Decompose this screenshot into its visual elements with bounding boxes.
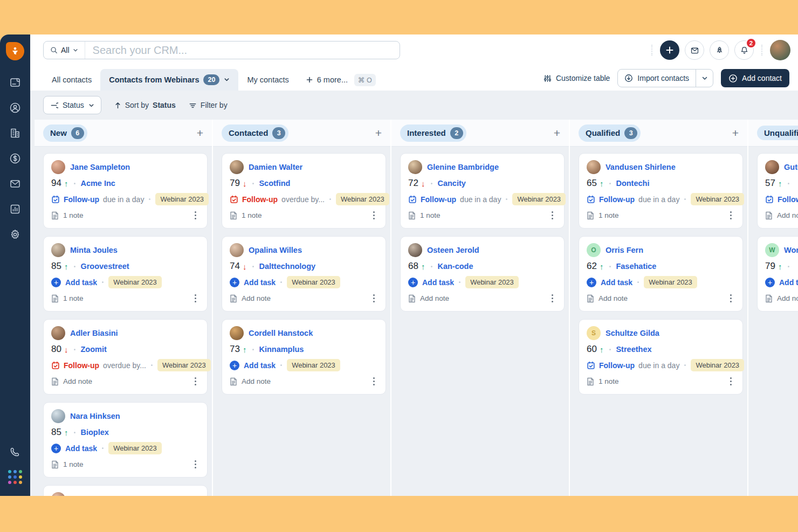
followup-task[interactable]: Follow-up due in a day bbox=[408, 195, 501, 204]
company-link[interactable]: Groovestreet bbox=[80, 262, 129, 271]
note-action[interactable]: 1 note bbox=[51, 211, 84, 220]
contact-card[interactable]: Gutows 57 ↑ Follow-up Add note bbox=[757, 153, 798, 229]
sidebar-item-email[interactable] bbox=[8, 177, 22, 191]
column-status-pill[interactable]: Interested 2 bbox=[400, 125, 466, 142]
add-task-button[interactable]: + Add task bbox=[51, 444, 97, 453]
contact-card[interactable]: Osteen Jerold 68 ↑ Kan-code + Add task W… bbox=[400, 236, 565, 312]
tag-badge[interactable]: Webinar 2023 bbox=[287, 359, 340, 371]
contact-name-link[interactable]: Adler Biasini bbox=[70, 329, 118, 337]
contact-name-link[interactable]: Osteen Jerold bbox=[427, 246, 479, 254]
contact-name-link[interactable]: Helena Abbott bbox=[70, 495, 123, 496]
add-task-button[interactable]: + Add task bbox=[51, 278, 97, 287]
chevron-down-icon[interactable] bbox=[224, 75, 230, 84]
sidebar-item-payments[interactable] bbox=[8, 151, 22, 165]
import-contacts-main[interactable]: Import contacts bbox=[618, 70, 696, 87]
quick-add-button[interactable] bbox=[660, 40, 679, 60]
tag-badge[interactable]: Webinar 2023 bbox=[691, 359, 744, 371]
contact-card[interactable]: W Worces 79 ↑ + Add task Add note bbox=[757, 236, 798, 312]
contact-card[interactable]: Glenine Bambridge 72 ↓ Cancity Follow-up… bbox=[400, 153, 565, 229]
contact-name-link[interactable]: Cordell Hanstock bbox=[249, 329, 313, 337]
tag-badge[interactable]: Webinar 2023 bbox=[157, 359, 211, 371]
contact-name-link[interactable]: Schultze Gilda bbox=[606, 329, 659, 337]
followup-task[interactable]: Follow-up overdue by... bbox=[51, 361, 146, 370]
contact-name-link[interactable]: Opalina Willes bbox=[249, 246, 302, 254]
add-contact-button[interactable]: Add contact bbox=[721, 69, 789, 87]
note-action[interactable]: Add note bbox=[230, 294, 271, 303]
note-action[interactable]: 1 note bbox=[408, 211, 441, 220]
add-card-button[interactable]: + bbox=[554, 127, 560, 139]
notifications-button[interactable]: 2 bbox=[734, 40, 754, 60]
note-action[interactable]: Add note bbox=[51, 377, 92, 386]
contact-name-link[interactable]: Gutows bbox=[784, 163, 798, 171]
company-link[interactable]: Streethex bbox=[616, 345, 651, 354]
contact-name-link[interactable]: Vandusen Shirlene bbox=[606, 163, 676, 171]
contact-name-link[interactable]: Damien Walter bbox=[249, 163, 302, 171]
add-card-button[interactable]: + bbox=[197, 127, 203, 139]
kebab-menu[interactable] bbox=[548, 210, 556, 222]
app-logo[interactable] bbox=[6, 42, 24, 60]
contact-card[interactable]: Jane Sampleton 94 ↑ Acme Inc Follow-up d… bbox=[43, 153, 208, 229]
tag-badge[interactable]: Webinar 2023 bbox=[108, 442, 162, 454]
inbox-button[interactable] bbox=[685, 40, 704, 60]
sidebar-item-contacts[interactable] bbox=[8, 101, 22, 115]
company-link[interactable]: Bioplex bbox=[80, 428, 108, 437]
sidebar-item-apps[interactable] bbox=[8, 470, 22, 484]
contact-name-link[interactable]: Nara Hinksen bbox=[70, 412, 120, 420]
contact-card[interactable]: Vandusen Shirlene 65 ↑ Dontechi Follow-u… bbox=[579, 153, 743, 229]
company-link[interactable]: Dalttechnology bbox=[259, 262, 315, 271]
company-link[interactable]: Zoomit bbox=[80, 345, 106, 354]
import-options-dropdown[interactable] bbox=[696, 70, 713, 87]
contact-name-link[interactable]: Minta Joules bbox=[70, 246, 118, 254]
contact-name-link[interactable]: Worces bbox=[784, 246, 798, 254]
tab-my-contacts[interactable]: My contacts bbox=[238, 69, 297, 91]
note-action[interactable]: Add note bbox=[587, 294, 628, 303]
note-action[interactable]: 1 note bbox=[587, 377, 619, 386]
search-box[interactable]: All Search your CRM... bbox=[43, 41, 400, 59]
import-contacts-button[interactable]: Import contacts bbox=[617, 69, 713, 87]
sidebar-item-organizations[interactable] bbox=[8, 126, 22, 140]
note-action[interactable]: Add note bbox=[408, 294, 449, 303]
note-action[interactable]: 1 note bbox=[587, 211, 619, 220]
tag-badge[interactable]: Webinar 2023 bbox=[691, 193, 744, 205]
search-input[interactable]: Search your CRM... bbox=[85, 44, 188, 57]
contact-card[interactable]: Minta Joules 85 ↑ Groovestreet + Add tas… bbox=[43, 236, 208, 312]
contact-card[interactable]: O Orris Fern 62 ↑ Fasehatice + Add task … bbox=[579, 236, 743, 312]
column-status-pill[interactable]: Qualified 3 bbox=[579, 125, 641, 142]
followup-task[interactable]: Follow-up due in a day bbox=[587, 361, 679, 370]
sidebar-item-leads[interactable] bbox=[8, 75, 22, 89]
add-task-button[interactable]: + Add task bbox=[765, 278, 798, 287]
tag-badge[interactable]: Webinar 2023 bbox=[108, 276, 162, 288]
kebab-menu[interactable] bbox=[727, 376, 735, 388]
note-action[interactable]: 1 note bbox=[51, 294, 84, 303]
kebab-menu[interactable] bbox=[727, 210, 735, 222]
column-status-pill[interactable]: New 6 bbox=[43, 125, 87, 142]
sort-by-button[interactable]: Sort by Status bbox=[114, 101, 176, 109]
company-link[interactable]: Scotfind bbox=[259, 179, 290, 188]
filter-by-button[interactable]: Filter by bbox=[189, 101, 228, 109]
tab-more[interactable]: 6 more... ⌘ O bbox=[298, 69, 384, 91]
kebab-menu[interactable] bbox=[191, 376, 200, 388]
sidebar-item-insights[interactable] bbox=[8, 202, 22, 216]
followup-task[interactable]: Follow-up due in a day bbox=[587, 195, 679, 204]
contact-card[interactable]: Nara Hinksen 85 ↑ Bioplex + Add task Web… bbox=[43, 402, 208, 478]
contact-card[interactable]: Cordell Hanstock 73 ↑ Kinnamplus + Add t… bbox=[222, 319, 386, 395]
user-avatar[interactable] bbox=[770, 40, 790, 60]
add-task-button[interactable]: + Add task bbox=[408, 278, 454, 287]
search-scope-dropdown[interactable]: All bbox=[44, 42, 85, 59]
tab-all-contacts[interactable]: All contacts bbox=[43, 69, 100, 91]
contact-card[interactable]: Helena Abbott 85 ↑ Groovestreet + Add ta… bbox=[43, 485, 208, 496]
note-action[interactable]: Add note bbox=[765, 211, 798, 220]
note-action[interactable]: 1 note bbox=[230, 211, 262, 220]
column-status-pill[interactable]: Unqualified bbox=[757, 126, 798, 140]
tag-badge[interactable]: Webinar 2023 bbox=[512, 193, 566, 205]
company-link[interactable]: Cancity bbox=[437, 179, 465, 188]
kebab-menu[interactable] bbox=[191, 459, 200, 471]
kebab-menu[interactable] bbox=[370, 293, 378, 305]
kebab-menu[interactable] bbox=[370, 210, 378, 222]
column-status-pill[interactable]: Contacted 3 bbox=[222, 125, 288, 142]
contact-name-link[interactable]: Jane Sampleton bbox=[70, 163, 130, 171]
contact-card[interactable]: Adler Biasini 80 ↓ Zoomit Follow-up over… bbox=[43, 319, 208, 395]
note-action[interactable]: Add note bbox=[765, 294, 798, 303]
add-task-button[interactable]: + Add task bbox=[587, 278, 632, 287]
followup-task[interactable]: Follow-up overdue by... bbox=[230, 195, 325, 204]
